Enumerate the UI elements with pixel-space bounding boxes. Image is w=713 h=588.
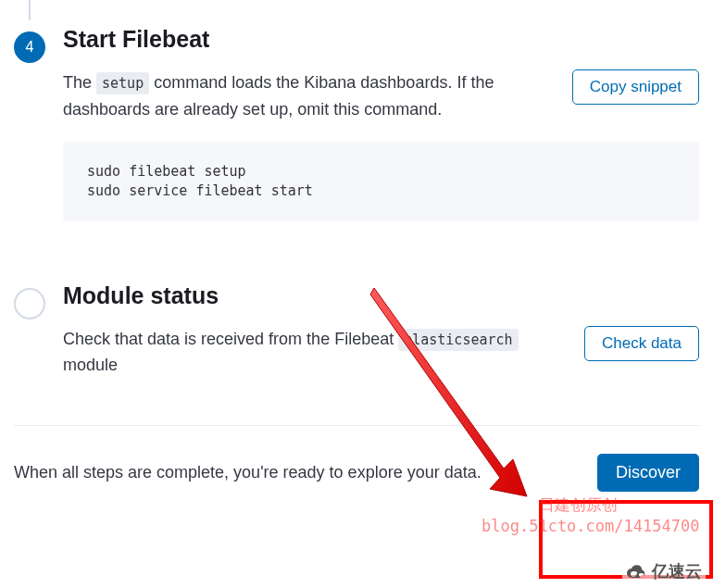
discover-button[interactable]: Discover [597,454,699,492]
brand-text: 亿速云 [652,560,702,582]
step-module-status-description: Check that data is received from the Fil… [63,326,562,380]
step-4-description: The setup command loads the Kibana dashb… [63,69,550,123]
check-data-button[interactable]: Check data [584,326,699,361]
setup-code-inline: setup [96,72,149,94]
watermark-line-2: blog.51cto.com/14154700 [482,517,699,535]
svg-point-0 [633,571,637,575]
steps-container: 4 Start Filebeat The setup command loads… [0,26,713,426]
step-4-number: 4 [26,39,34,56]
step-connector-line [29,0,31,20]
filebeat-code-snippet[interactable]: sudo filebeat setup sudo service filebea… [63,142,699,221]
step-module-status-body: Check that data is received from the Fil… [63,326,699,380]
footer-text: When all steps are complete, you're read… [14,463,482,482]
step-4-title: Start Filebeat [63,26,699,53]
step5-desc-before: Check that data is received from the Fil… [63,330,398,348]
step-4: 4 Start Filebeat The setup command loads… [14,26,699,221]
watermark-line-1: 日建创原创 [539,494,618,516]
step5-desc-after: module [63,356,118,374]
step-module-status-title: Module status [63,282,699,309]
step-4-body: The setup command loads the Kibana dashb… [63,69,699,221]
step-4-desc-before: The [63,73,96,92]
footer-row: When all steps are complete, you're read… [0,454,713,492]
brand-watermark: 亿速云 [622,558,706,584]
elasticsearch-code-inline: elasticsearch [398,329,518,351]
step-4-badge: 4 [14,31,45,63]
copy-snippet-button[interactable]: Copy snippet [572,69,699,105]
step-module-status: Module status Check that data is receive… [14,282,699,380]
cloud-icon [626,560,648,582]
section-divider [14,425,699,426]
svg-point-1 [639,573,642,576]
step-4-row: The setup command loads the Kibana dashb… [63,69,699,123]
step-module-status-badge [14,288,45,319]
step-module-status-row: Check that data is received from the Fil… [63,326,699,380]
